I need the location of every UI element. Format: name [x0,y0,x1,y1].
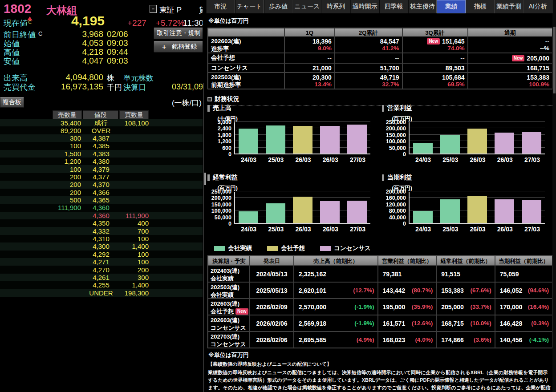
order-book-row[interactable]: 1,2004,380 [0,158,203,165]
quarter-cell: 105,68469.5% [402,73,468,89]
sales-chart: 売上高(十億円)06001,2001,8002,4003,00024/0325/… [207,104,378,163]
buy-quantity: 111,900 [120,212,149,219]
turnover-value: 16,973,135 [46,82,103,92]
order-book-row[interactable]: 4,261300 [0,274,203,281]
chart-area: 040,00080,000120,000160,000200,000 [382,192,553,224]
current-c-mark: C [28,20,31,25]
order-book-row[interactable]: UNDER198,300 [0,289,203,297]
x-tick-label: 26/03 [464,156,491,163]
order-book-row[interactable]: 4,332700 [0,227,203,234]
chart-legend: 会社実績会社予想コンセンサス [214,244,371,252]
cell-percent: (-1.9%) [354,303,374,310]
tab-業績予測[interactable]: 業績予測 [495,0,524,13]
legend-item: 会社予想 [267,244,305,252]
order-book-row[interactable]: 35,400成行108,100 [0,119,203,126]
bar-25/03-会社実績 [266,125,285,154]
order-book-row[interactable]: 5004,365 [0,196,203,204]
cell-percent: (4.9%) [357,336,374,343]
tab-株主優待[interactable]: 株主優待 [408,0,437,13]
order-book-row[interactable]: 2004,377 [0,173,203,181]
tab-適時開示[interactable]: 適時開示 [350,0,379,13]
results-cell: 75,059 [495,266,552,282]
results-cell: 2,695,585(4.9%) [294,331,378,348]
register-stock-button[interactable]: ＋ 銘柄登録 [154,41,204,53]
order-book-row[interactable]: 4,350400 [0,219,203,227]
kind-line: 会社実績 [211,291,249,299]
order-book-row[interactable]: 4,3001,400 [0,242,203,250]
cell-value: 153,383 [441,287,464,294]
chart-header: 当期利益 [382,174,553,182]
order-book-row[interactable]: 4,270200 [0,266,203,273]
trade-caution-label: 取引注意・規制 [157,29,201,37]
order-book-row[interactable]: 2004,370 [0,181,203,188]
results-cell: 2,570,000(-1.9%) [294,299,378,315]
results-col-header: 経常利益（前期比） [436,256,495,266]
quarter-cell: 168,715 [468,63,552,73]
tab-AI分析[interactable]: AI分析 [524,0,552,13]
order-book-row[interactable]: 4,2551,400 [0,281,203,289]
trade-caution-button[interactable]: 取引注意・規制 [154,28,204,39]
scrollbar-track [203,83,204,392]
tab-時系列[interactable]: 時系列 [321,0,350,13]
kind-line: コンセンサス [211,324,249,332]
chart-plot [409,122,545,154]
tab-四季報[interactable]: 四季報 [379,0,408,13]
kind-line: コンセンサス [211,341,249,348]
order-book-row[interactable]: 2004,366 [0,189,203,196]
results-cell: 2,569,918(-1.9%) [294,315,378,331]
chart-accent-bar [207,174,210,181]
period-line: 202603(連) [211,300,249,308]
cell-value: 195,000 [383,303,406,311]
cell-value: New205,000 [512,55,549,62]
results-col-header: 売上高（前期比） [294,256,378,266]
cell-value: 146,428 [500,320,523,327]
price-level: 成行 [82,119,120,127]
order-book-row[interactable]: 4,310100 [0,235,203,242]
prev-close-c-mark: C [38,30,42,37]
bar-slot [235,122,262,154]
sell-quantity: 35,400 [0,119,82,127]
order-book-row[interactable]: 4,292100 [0,251,203,258]
tab-市況[interactable]: 市況 [206,0,235,13]
value-text: 20,300 [312,74,332,81]
turnover-unit: 千円 [107,82,122,93]
tab-指標[interactable]: 指標 [466,0,495,13]
order-book-rows: 35,400成行108,10089,200OVER3004,3871004,38… [0,119,203,297]
ordinary-profit-chart: 経常利益(百万円)050,000100,000150,000200,000250… [207,174,378,233]
kind-line: 会社実績 [211,275,249,283]
composite-board-button[interactable]: 複合板 [0,97,24,108]
value-text: -- [395,55,399,62]
cell-value: 49,719 [380,74,399,81]
order-book-row[interactable]: 1004,379 [0,165,203,173]
order-book-row[interactable]: 1004,385 [0,142,203,150]
tab-歩み値[interactable]: 歩み値 [264,0,293,13]
y-tick-label: 150,000 [211,202,231,207]
order-book-row[interactable]: 3004,387 [0,134,203,142]
chart-accent-bar [382,105,384,112]
order-book-row[interactable]: 89,200OVER [0,126,203,134]
tab-業績[interactable]: 業績 [437,0,466,13]
order-book-row[interactable]: 1,5004,383 [0,150,203,158]
cell-value: 21,000 [312,65,332,72]
cell-value: 89,503 [446,65,465,72]
price-change: +227 [127,18,146,28]
tab-チャート[interactable]: チャート [235,0,264,13]
x-tick-label: 25/03 [262,226,289,233]
quarter-cell: -- [284,53,335,63]
x-tick-label: 27/03 [344,156,371,163]
gridline [410,191,545,191]
chart-header: 売上高 [207,104,378,112]
y-tick-label: 0 [403,152,406,157]
order-book-row[interactable]: 4,271100 [0,258,203,266]
right-scrollbar-thumb[interactable] [553,27,556,93]
order-book-row[interactable]: 111,9004,360 [0,204,203,211]
price-level: 4,310 [82,235,120,242]
tab-ニュース[interactable]: ニュース [292,0,321,13]
cell-value: 20,300 [312,74,332,81]
order-book-row[interactable]: 4,360111,900 [0,212,203,219]
cell-percent: (10.0%) [470,320,491,327]
stock-code: 1802 [4,2,31,16]
chart-plot [234,192,370,224]
volume-unit: 株 [107,73,114,83]
buy-quantity: 100 [120,258,149,266]
